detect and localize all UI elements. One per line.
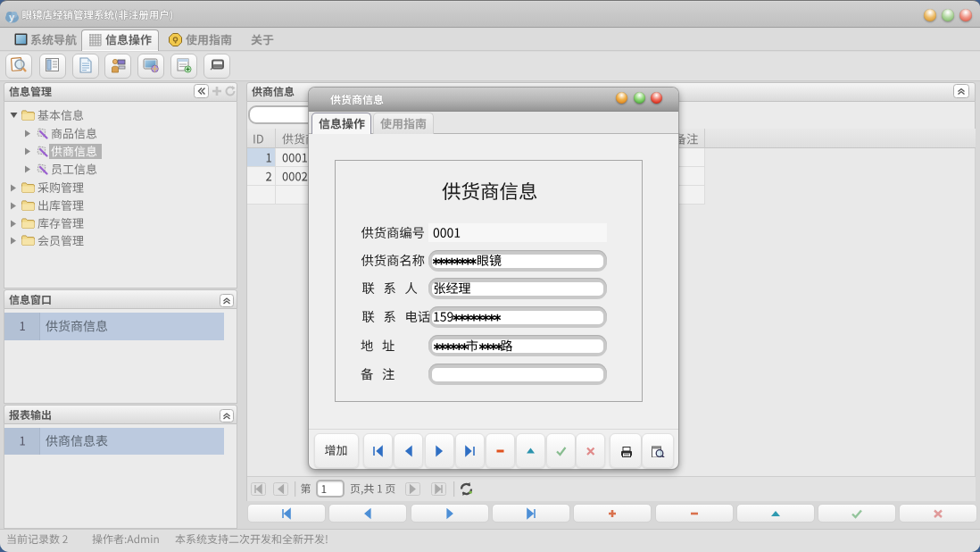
svg-text:y: y [9, 12, 15, 22]
